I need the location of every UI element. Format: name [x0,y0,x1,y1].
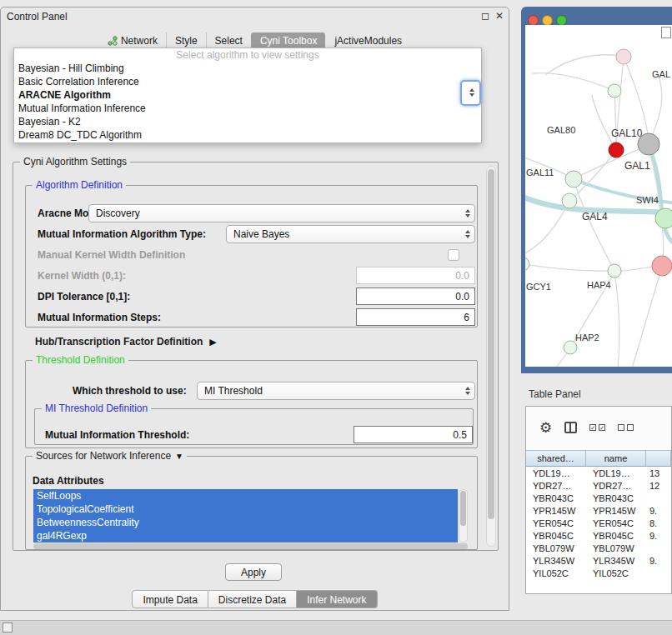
table-panel-title: Table Panel [529,388,581,400]
aracne-mode-select[interactable]: Discovery [88,204,475,222]
algorithm-option-bayesian-k2[interactable]: Bayesian - K2 [14,115,481,128]
table-row[interactable]: YPR145WYPR145W9. [526,505,671,518]
manual-kernel-label: Manual Kernel Width Definition [38,249,185,261]
cell: YBR043C [586,492,646,505]
clear-all-checks-icon[interactable] [618,424,634,431]
table-toolbar: ⚙ ✓ ✓ [526,407,671,448]
network-canvas[interactable]: GALGAL80GAL10GAL1GAL11SWI4GAL4GCY1HAP4HA… [525,25,672,367]
mi-type-select[interactable]: Naive Bayes [226,225,475,243]
float-window-icon[interactable]: ◻ [481,10,489,22]
attribute-selfloops[interactable]: SelfLoops [33,489,458,502]
attribute-gal4rgexp[interactable]: gal4RGexp [33,529,458,542]
table-row[interactable]: YER054CYER054C8. [526,518,671,530]
tab-impute-data[interactable]: Impute Data [132,590,208,608]
node-label: GAL80 [547,125,575,135]
desktop: Control Panel ◻ ✕ NetworkStyleSelectCyni… [0,0,672,635]
algorithm-option-basic-correlation-inference[interactable]: Basic Correlation Inference [14,75,481,88]
network-tab-icon [108,36,118,46]
network-node[interactable] [652,256,672,276]
hub-definition-toggle[interactable]: Hub/Transcription Factor Definition ▶ [35,336,217,348]
cell: YDR27… [586,480,646,492]
table-row[interactable]: YIL052CYIL052C [526,568,671,580]
cell: YER054C [586,518,646,530]
column-header-shared[interactable]: shared… [526,451,586,466]
tab-label: jActiveModules [334,35,402,47]
tab-network[interactable]: Network [99,32,166,49]
tab-cyni-toolbox[interactable]: Cyni Toolbox [251,32,325,49]
tab-discretize-data[interactable]: Discretize Data [208,590,297,608]
combo-arrows-icon [465,209,470,218]
table-row[interactable]: YBR045CYBR045C9. [526,530,671,542]
table-header: shared…name [526,450,671,467]
network-node[interactable] [525,258,529,271]
algorithm-option-aracne-algorithm[interactable]: ARACNE Algorithm [14,88,481,102]
tab-label: Select [215,35,243,47]
table-row[interactable]: YBR043CYBR043C [526,492,671,505]
dropdown-prompt: Select algorithm to view settings [14,48,481,62]
mi-steps-field[interactable]: 6 [356,308,475,326]
window-controls: ◻ ✕ [481,10,504,22]
cell: YBL079W [586,542,646,555]
tab-jactivemodules[interactable]: jActiveModules [325,32,410,49]
tab-style[interactable]: Style [166,32,206,49]
column-header-extra[interactable] [646,451,671,466]
network-edge [614,91,616,148]
network-node[interactable] [608,84,621,98]
cell: 12 [646,480,671,492]
node-label: GAL11 [526,168,554,178]
scrollbar-thumb[interactable] [460,491,466,526]
table-row[interactable]: YLR345WYLR345W9. [526,555,671,568]
close-icon[interactable]: ✕ [495,10,504,22]
panel-icon[interactable] [3,622,13,632]
dpi-tolerance-field[interactable]: 0.0 [356,288,475,305]
birds-eye-toggle[interactable] [661,27,671,38]
network-node[interactable] [608,264,621,278]
attributes-horizontal-scrollbar[interactable] [33,543,468,549]
tab-infer-network[interactable]: Infer Network [297,590,377,608]
network-edge [614,272,619,367]
network-node[interactable] [609,142,624,158]
network-node[interactable] [616,49,631,64]
gear-icon[interactable]: ⚙ [539,419,552,437]
select-all-checks-icon[interactable]: ✓ ✓ [589,424,605,431]
algorithm-option-mutual-information-inference[interactable]: Mutual Information Inference [14,102,481,115]
column-header-name[interactable]: name [586,451,646,466]
network-node[interactable] [562,193,577,208]
group-title: Cyni Algorithm Settings [20,156,130,168]
sources-toggle[interactable]: Sources for Network Inference ▼ [33,450,187,462]
expanded-arrow-icon: ▼ [175,452,183,461]
group-title: Threshold Definition [33,354,128,366]
attribute-topologicalcoefficient[interactable]: TopologicalCoefficient [33,502,458,516]
algorithm-option-dream8-dc-tdc-algorithm[interactable]: Dream8 DC_TDC Algorithm [14,128,481,142]
attribute-betweennesscentrality[interactable]: BetweennessCentrality [33,516,458,529]
table-row[interactable]: YDL19…YDL19…13 [526,468,671,480]
which-threshold-select[interactable]: MI Threshold [197,382,475,400]
network-edge [592,95,616,150]
tab-select[interactable]: Select [206,32,251,49]
network-node[interactable] [655,208,672,228]
mi-threshold-field[interactable]: 0.5 [354,426,473,443]
network-view-window: GALGAL80GAL10GAL1GAL11SWI4GAL4GCY1HAP4HA… [521,7,672,373]
network-node[interactable] [565,171,582,188]
algorithm-combobox-fragment[interactable] [460,80,481,106]
scrollbar-thumb[interactable] [488,169,494,519]
apply-button[interactable]: Apply [225,563,282,581]
kernel-width-field[interactable]: 0.0 [356,267,475,284]
table-row[interactable]: YDR27…YDR27…12 [526,480,671,492]
algorithm-option-bayesian-hill-climbing[interactable]: Bayesian - Hill Climbing [14,62,481,75]
combo-arrows-icon [465,230,470,238]
tab-label: Style [175,35,198,47]
mi-steps-label: Mutual Information Steps: [38,312,161,323]
settings-scrollbar[interactable] [486,166,496,547]
data-attributes-list[interactable]: SelfLoopsTopologicalCoefficientBetweenne… [33,489,458,542]
cyni-algorithm-settings-group: Cyni Algorithm Settings Algorithm Defini… [13,162,499,551]
columns-icon[interactable] [564,422,577,433]
network-edge [574,180,614,269]
manual-kernel-checkbox[interactable] [448,249,459,261]
mi-type-label: Mutual Information Algorithm Type: [38,228,206,240]
kernel-width-label: Kernel Width (0,1): [38,270,126,282]
group-title: Algorithm Definition [33,179,126,191]
network-node[interactable] [564,341,577,354]
table-row[interactable]: YBL079WYBL079W [526,542,671,555]
attributes-vertical-scrollbar[interactable] [459,489,468,542]
